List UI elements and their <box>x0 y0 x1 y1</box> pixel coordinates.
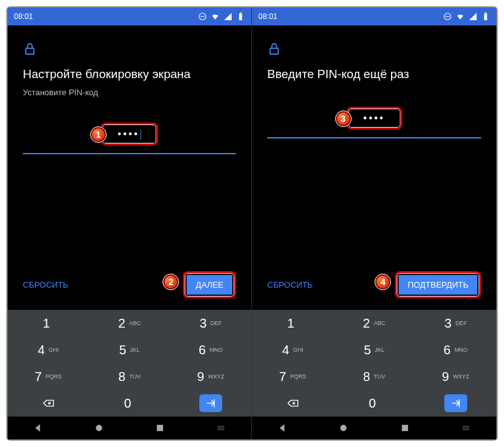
wifi-icon <box>456 12 465 21</box>
signal-icon <box>468 12 477 21</box>
android-navbar <box>8 417 251 439</box>
step-badge-2: 2 <box>162 274 179 290</box>
back-icon[interactable] <box>33 423 43 433</box>
key-0[interactable]: 0 <box>333 390 414 417</box>
step-badge-4: 4 <box>375 274 391 290</box>
lock-icon <box>23 42 37 56</box>
svg-rect-16 <box>484 13 487 20</box>
recent-icon[interactable] <box>155 423 165 433</box>
svg-point-9 <box>96 425 102 430</box>
key-7[interactable]: 7PQRS <box>8 363 89 390</box>
key-8[interactable]: 8TUV <box>89 363 170 390</box>
signal-icon <box>223 12 232 21</box>
confirm-button[interactable]: ПОДТВЕРДИТЬ <box>399 275 477 295</box>
dnd-icon <box>443 12 452 21</box>
page-subtitle: Установите PIN-код <box>23 88 236 97</box>
dnd-icon <box>198 12 207 21</box>
key-2[interactable]: 2ABC <box>333 310 414 337</box>
key-6[interactable]: 6MNO <box>415 337 496 363</box>
key-backspace[interactable] <box>8 390 89 417</box>
svg-rect-24 <box>402 425 408 430</box>
back-icon[interactable] <box>277 423 288 433</box>
lock-icon <box>267 42 281 56</box>
svg-rect-10 <box>157 425 162 430</box>
step-badge-3: 3 <box>335 110 352 127</box>
svg-rect-4 <box>26 48 34 54</box>
pin-input-area: •••• 3 <box>267 107 481 145</box>
recent-icon[interactable] <box>400 423 410 433</box>
key-4[interactable]: 4GHI <box>8 337 89 363</box>
key-3[interactable]: 3DEF <box>415 310 496 337</box>
key-backspace[interactable] <box>252 390 333 417</box>
key-1[interactable]: 1 <box>8 310 89 337</box>
key-7[interactable]: 7PQRS <box>252 363 333 390</box>
key-1[interactable]: 1 <box>252 310 333 337</box>
keyboard-icon[interactable] <box>216 423 226 433</box>
status-bar: 08:01 <box>8 8 251 25</box>
svg-rect-2 <box>239 13 242 20</box>
home-icon[interactable] <box>338 423 348 433</box>
next-button[interactable]: ДАЛЕЕ <box>187 275 232 295</box>
pin-input[interactable]: •••• <box>100 123 158 145</box>
page-title: Настройте блокировку экрана <box>23 67 236 81</box>
home-icon[interactable] <box>94 423 104 433</box>
svg-rect-18 <box>270 48 279 54</box>
status-time: 08:01 <box>258 12 277 21</box>
key-6[interactable]: 6MNO <box>170 337 251 363</box>
keyboard-icon[interactable] <box>461 423 471 433</box>
battery-icon <box>236 12 245 21</box>
key-enter[interactable] <box>415 390 496 417</box>
numeric-keypad: 12ABC3DEF4GHI5JKL6MNO7PQRS8TUV9WXYZ0 <box>252 310 496 417</box>
svg-rect-17 <box>485 13 486 14</box>
screen-setup-pin: 08:01 Настройте блокировку экрана Устано… <box>8 8 252 439</box>
status-time: 08:01 <box>14 12 33 21</box>
battery-icon <box>481 12 490 21</box>
key-enter[interactable] <box>170 390 251 417</box>
pin-input[interactable]: •••• <box>346 107 402 130</box>
svg-rect-3 <box>240 13 241 14</box>
key-3[interactable]: 3DEF <box>170 310 251 337</box>
android-navbar <box>252 417 496 439</box>
status-bar: 08:01 <box>252 8 496 25</box>
numeric-keypad: 12ABC3DEF4GHI5JKL6MNO7PQRS8TUV9WXYZ0 <box>8 310 251 417</box>
key-5[interactable]: 5JKL <box>89 337 170 363</box>
reset-link[interactable]: СБРОСИТЬ <box>267 280 313 290</box>
key-8[interactable]: 8TUV <box>333 363 414 390</box>
key-9[interactable]: 9WXYZ <box>170 363 251 390</box>
key-5[interactable]: 5JKL <box>333 337 414 363</box>
svg-point-23 <box>341 425 347 430</box>
key-9[interactable]: 9WXYZ <box>415 363 496 390</box>
wifi-icon <box>211 12 220 21</box>
key-0[interactable]: 0 <box>89 390 170 417</box>
step-badge-1: 1 <box>90 126 107 143</box>
reset-link[interactable]: СБРОСИТЬ <box>23 280 69 290</box>
screen-confirm-pin: 08:01 Введите PIN-код ещё раз •••• 3 СБР… <box>252 8 496 439</box>
page-title: Введите PIN-код ещё раз <box>267 67 481 81</box>
key-4[interactable]: 4GHI <box>252 337 333 363</box>
pin-input-area: •••• 1 <box>23 123 236 161</box>
key-2[interactable]: 2ABC <box>89 310 170 337</box>
